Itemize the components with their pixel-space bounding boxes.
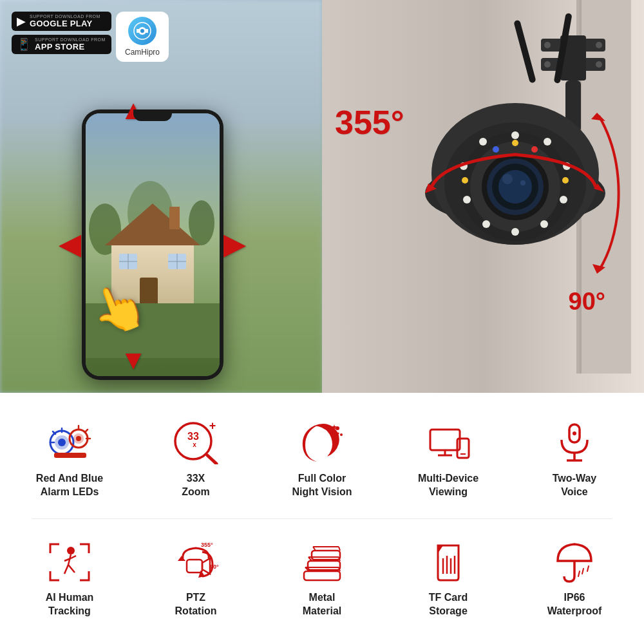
camhipro-icon bbox=[128, 17, 156, 45]
svg-rect-11 bbox=[169, 207, 180, 229]
svg-point-47 bbox=[512, 140, 518, 146]
svg-line-96 bbox=[68, 565, 75, 573]
svg-point-49 bbox=[462, 177, 468, 184]
metal-icon-area bbox=[296, 538, 348, 586]
svg-point-93 bbox=[67, 547, 75, 554]
ai-tracking-label: AI HumanTracking bbox=[46, 591, 94, 618]
svg-rect-84 bbox=[430, 430, 460, 450]
feature-alarm-leds: Red And BlueAlarm LEDs bbox=[12, 419, 128, 499]
right-panel: 355° 90° bbox=[322, 0, 644, 393]
app-store-icon: 📱 bbox=[17, 39, 31, 50]
svg-point-56 bbox=[502, 174, 513, 184]
feature-night-vision: Full ColorNight Vision bbox=[264, 419, 380, 499]
multi-device-icon bbox=[425, 421, 471, 464]
svg-marker-102 bbox=[202, 558, 210, 574]
zoom-icon: 33 x + bbox=[173, 421, 219, 464]
svg-rect-3 bbox=[137, 29, 139, 33]
svg-point-28 bbox=[596, 61, 602, 68]
svg-text:x: x bbox=[193, 441, 196, 448]
features-row-1: Red And BlueAlarm LEDs 33 x + 33XZoom bbox=[0, 399, 644, 518]
ai-tracking-icon bbox=[46, 540, 93, 584]
night-vision-icon-area bbox=[296, 419, 348, 467]
app-store-badge[interactable]: 📱 SUPPORT DOWNLOAD FROM APP STORE bbox=[12, 35, 111, 54]
camhipro-badge[interactable]: CamHipro bbox=[116, 12, 169, 62]
degree-355-label: 355° bbox=[335, 103, 404, 142]
feature-ptz: 355° 90° PTZRotation bbox=[138, 538, 254, 618]
left-panel: ▶ SUPPORT DOWNLOAD FROM GOOGLE PLAY 📱 SU… bbox=[0, 0, 322, 393]
feature-two-way-voice: Two-WayVoice bbox=[516, 419, 632, 499]
svg-point-26 bbox=[596, 42, 602, 48]
features-section: Red And BlueAlarm LEDs 33 x + 33XZoom bbox=[0, 393, 644, 644]
svg-rect-113 bbox=[312, 551, 340, 560]
svg-text:90°: 90° bbox=[210, 564, 219, 570]
google-play-name: GOOGLE PLAY bbox=[30, 19, 100, 28]
waterproof-icon bbox=[551, 540, 598, 584]
ai-tracking-icon-area bbox=[44, 538, 95, 586]
svg-line-98 bbox=[71, 556, 76, 558]
app-store-text: SUPPORT DOWNLOAD FROM APP STORE bbox=[35, 37, 106, 52]
svg-rect-30 bbox=[513, 19, 536, 83]
svg-rect-4 bbox=[146, 29, 148, 33]
multi-device-label: Multi-DeviceViewing bbox=[418, 472, 478, 499]
svg-point-64 bbox=[58, 439, 66, 446]
camera-svg bbox=[361, 0, 631, 374]
svg-point-42 bbox=[511, 228, 519, 236]
svg-rect-109 bbox=[308, 561, 340, 570]
svg-line-124 bbox=[578, 571, 580, 576]
waterproof-icon-area bbox=[549, 538, 600, 586]
two-way-voice-icon-area bbox=[549, 419, 600, 467]
svg-text:+: + bbox=[209, 421, 216, 432]
app-store-name: APP STORE bbox=[35, 42, 106, 52]
svg-point-57 bbox=[520, 180, 526, 185]
svg-line-95 bbox=[64, 565, 68, 574]
google-play-badge[interactable]: ▶ SUPPORT DOWNLOAD FROM GOOGLE PLAY bbox=[12, 12, 111, 31]
ptz-label: PTZRotation bbox=[175, 591, 217, 618]
zoom-label: 33XZoom bbox=[182, 472, 210, 499]
svg-point-51 bbox=[531, 146, 538, 153]
svg-line-69 bbox=[85, 430, 88, 432]
app-store-support: SUPPORT DOWNLOAD FROM bbox=[35, 37, 106, 42]
svg-point-92 bbox=[573, 431, 576, 435]
google-play-icon: ▶ bbox=[17, 15, 26, 27]
google-play-support: SUPPORT DOWNLOAD FROM bbox=[30, 14, 100, 19]
camera-svg-container bbox=[361, 0, 631, 374]
svg-rect-74 bbox=[54, 453, 86, 458]
svg-point-37 bbox=[511, 131, 519, 139]
svg-marker-99 bbox=[178, 556, 185, 561]
svg-point-27 bbox=[544, 61, 551, 68]
tf-card-label: TF CardStorage bbox=[429, 591, 468, 618]
feature-multi-device: Multi-DeviceViewing bbox=[390, 419, 506, 499]
svg-line-79 bbox=[207, 455, 216, 464]
waterproof-label: IP66Waterproof bbox=[547, 591, 602, 618]
svg-line-122 bbox=[582, 569, 583, 574]
svg-point-82 bbox=[336, 426, 339, 430]
svg-point-48 bbox=[562, 177, 569, 184]
features-row-2: AI HumanTracking 355° 90° bbox=[0, 519, 644, 638]
svg-point-40 bbox=[560, 196, 567, 204]
svg-text:355°: 355° bbox=[201, 542, 213, 548]
google-play-text: SUPPORT DOWNLOAD FROM GOOGLE PLAY bbox=[30, 14, 100, 28]
svg-point-50 bbox=[493, 146, 499, 153]
svg-point-83 bbox=[340, 433, 343, 436]
feature-ai-tracking: AI HumanTracking bbox=[12, 538, 128, 618]
svg-line-115 bbox=[339, 547, 340, 551]
svg-point-41 bbox=[540, 220, 548, 228]
feature-waterproof: IP66Waterproof bbox=[516, 538, 632, 618]
zoom-icon-area: 33 x + bbox=[170, 419, 222, 467]
svg-point-25 bbox=[544, 42, 551, 48]
feature-tf-card: TF CardStorage bbox=[390, 538, 506, 618]
svg-point-67 bbox=[76, 436, 81, 441]
two-way-voice-label: Two-WayVoice bbox=[553, 472, 596, 499]
svg-rect-101 bbox=[187, 560, 202, 573]
svg-rect-105 bbox=[304, 571, 340, 580]
svg-line-123 bbox=[587, 566, 589, 571]
svg-point-44 bbox=[463, 196, 471, 204]
svg-point-46 bbox=[479, 138, 487, 146]
app-badges: ▶ SUPPORT DOWNLOAD FROM GOOGLE PLAY 📱 SU… bbox=[12, 12, 111, 54]
svg-point-2 bbox=[140, 29, 144, 33]
svg-point-43 bbox=[482, 220, 490, 228]
svg-point-55 bbox=[498, 170, 532, 204]
top-section: ▶ SUPPORT DOWNLOAD FROM GOOGLE PLAY 📱 SU… bbox=[0, 0, 644, 393]
svg-text:33: 33 bbox=[187, 431, 199, 442]
alarm-leds-icon bbox=[46, 421, 93, 464]
